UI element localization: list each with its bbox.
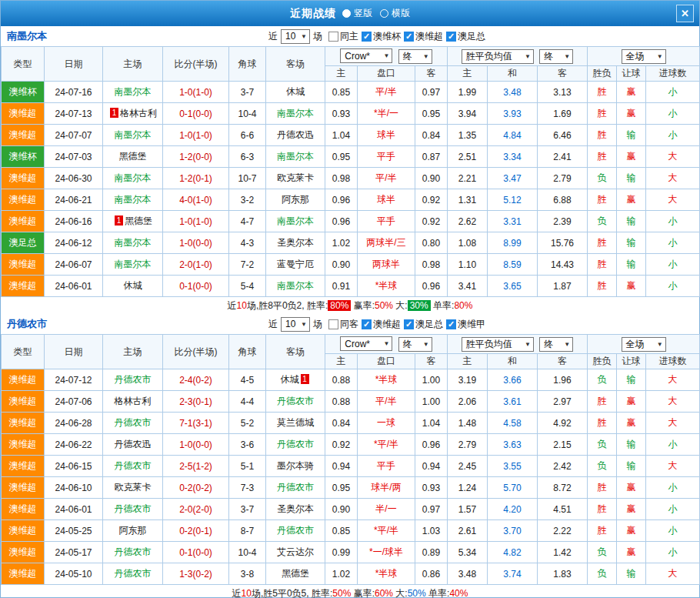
score-cell: 1-0(1-0) — [163, 82, 229, 103]
section-header: 丹德农市 近 10 ▼ 场 同客澳维超澳足总澳维甲 — [1, 314, 699, 334]
footer-stat: 40% — [449, 588, 468, 598]
corners-cell: 3-2 — [229, 189, 266, 211]
avg-home-cell: 3.94 — [448, 103, 488, 125]
let-result-cell: 赢 — [617, 391, 646, 413]
handicap-odds-header: Crow*▼ 终▼ — [325, 335, 448, 354]
checkbox-label: 澳维超 — [415, 30, 443, 43]
avg-final-select[interactable]: 终▼ — [539, 49, 573, 64]
date-cell: 24-05-17 — [45, 542, 103, 563]
score-cell: 2-0(2-0) — [163, 499, 229, 520]
odds-company-value: Crow* — [345, 339, 370, 349]
odds-company-select[interactable]: Crow*▼ — [340, 48, 392, 63]
handicap-cell: 两球半 — [358, 254, 415, 276]
handicap-cell: 球半 — [358, 189, 415, 211]
league-filter-checkbox[interactable]: 澳维超 — [404, 30, 443, 43]
corners-cell: 4-3 — [229, 232, 266, 254]
match-row: 澳维超24-07-07南墨尔本1-0(1-0)6-6丹德农迅1.04球半0.84… — [2, 125, 700, 146]
home-odds-cell: 0.88 — [325, 391, 358, 413]
checkbox-icon[interactable] — [362, 319, 372, 329]
corners-cell: 3-7 — [229, 499, 266, 520]
home-odds-cell: 0.92 — [325, 434, 358, 456]
result-cell: 胜 — [588, 413, 617, 434]
avg-odds-select[interactable]: 胜平负均值▼ — [462, 49, 534, 64]
league-filter-checkbox[interactable]: 同主 — [328, 30, 358, 43]
odds-final-select[interactable]: 终▼ — [398, 337, 432, 352]
checkbox-icon[interactable] — [404, 32, 414, 42]
close-icon[interactable]: ✕ — [676, 5, 694, 22]
avg-draw-cell: 5.70 — [488, 477, 538, 499]
avg-draw-cell: 3.65 — [488, 276, 538, 297]
checkbox-icon[interactable] — [404, 319, 414, 329]
home-odds-cell: 0.93 — [325, 103, 358, 125]
avg-odds-value: 胜平负均值 — [466, 338, 512, 351]
match-row: 澳维超24-06-21南墨尔本4-0(1-0)3-2阿东那0.96球半0.921… — [2, 189, 700, 211]
avg-final-value: 终 — [544, 338, 553, 351]
team-name: 南墨尔本 — [115, 129, 152, 140]
date-cell: 24-06-16 — [45, 211, 103, 232]
odds-final-value: 终 — [403, 338, 412, 351]
checkbox-icon[interactable] — [446, 32, 456, 42]
date-cell: 24-06-10 — [45, 477, 103, 499]
goals-cell: 大 — [646, 563, 700, 585]
goals-cell: 小 — [646, 542, 700, 563]
chevron-down-icon: ▼ — [423, 53, 429, 60]
column-header-home: 主场 — [103, 335, 163, 369]
layout-radio-vertical[interactable]: 竖版 — [342, 7, 372, 20]
avg-home-cell: 5.34 — [448, 542, 488, 563]
league-filter-checkbox[interactable]: 澳维杯 — [362, 30, 401, 43]
near-label: 近 — [268, 30, 278, 43]
away-team-cell: 丹德农迅 — [266, 125, 325, 146]
team-name: 南墨尔本 — [277, 151, 314, 162]
scope-select[interactable]: 全场▼ — [622, 337, 666, 352]
checkbox-icon[interactable] — [328, 319, 338, 329]
corners-cell: 5-4 — [229, 276, 266, 297]
avg-away-cell: 4.92 — [538, 413, 588, 434]
avg-home-cell: 2.21 — [448, 168, 488, 189]
checkbox-icon[interactable] — [328, 32, 338, 42]
avg-draw-cell: 3.55 — [488, 456, 538, 477]
away-odds-cell: 1.00 — [415, 369, 448, 391]
avg-away-cell: 14.43 — [538, 254, 588, 276]
home-team-cell: 格林古利 — [103, 391, 163, 413]
match-count-select[interactable]: 10 ▼ — [281, 29, 310, 44]
league-cell: 澳维超 — [2, 391, 45, 413]
league-filter-checkbox[interactable]: 澳维超 — [362, 318, 401, 331]
red-card-badge: 1 — [301, 374, 309, 384]
chevron-down-icon: ▼ — [657, 53, 663, 60]
home-team-cell: 南墨尔本 — [103, 82, 163, 103]
away-odds-cell: 0.90 — [415, 168, 448, 189]
avg-final-select[interactable]: 终▼ — [539, 337, 573, 352]
league-filter-checkbox[interactable]: 澳足总 — [446, 30, 485, 43]
league-cell: 澳足总 — [2, 232, 45, 254]
team-name: 丹德农市 — [115, 417, 152, 428]
result-cell: 胜 — [588, 499, 617, 520]
avg-away-cell: 1.87 — [538, 276, 588, 297]
result-cell: 负 — [588, 211, 617, 232]
checkbox-icon[interactable] — [362, 32, 372, 42]
corners-cell: 6-6 — [229, 125, 266, 146]
team-name: 休城 — [281, 374, 299, 385]
goals-cell: 大 — [646, 146, 700, 168]
league-cell: 澳维超 — [2, 211, 45, 232]
odds-final-select[interactable]: 终▼ — [398, 49, 432, 64]
avg-odds-select[interactable]: 胜平负均值▼ — [462, 337, 534, 352]
scope-select[interactable]: 全场▼ — [622, 49, 666, 64]
checkbox-icon[interactable] — [446, 319, 456, 329]
odds-company-select[interactable]: Crow*▼ — [340, 336, 392, 351]
league-filter-checkbox[interactable]: 澳维甲 — [446, 318, 485, 331]
subheader-home-odds: 主 — [325, 66, 358, 82]
corners-cell: 10-4 — [229, 542, 266, 563]
league-filter-checkbox[interactable]: 同客 — [328, 318, 358, 331]
match-count-select[interactable]: 10 ▼ — [281, 317, 310, 332]
league-cell: 澳维超 — [2, 563, 45, 585]
home-odds-cell: 1.02 — [325, 232, 358, 254]
layout-radio-horizontal[interactable]: 横版 — [380, 7, 410, 20]
avg-away-cell: 2.42 — [538, 456, 588, 477]
result-cell: 胜 — [588, 477, 617, 499]
footer-stat: 10 — [237, 300, 247, 311]
corners-cell: 10-4 — [229, 103, 266, 125]
avg-home-cell: 2.79 — [448, 434, 488, 456]
league-filter-checkbox[interactable]: 澳足总 — [404, 318, 443, 331]
corners-cell: 7-2 — [229, 254, 266, 276]
goals-cell: 大 — [646, 456, 700, 477]
